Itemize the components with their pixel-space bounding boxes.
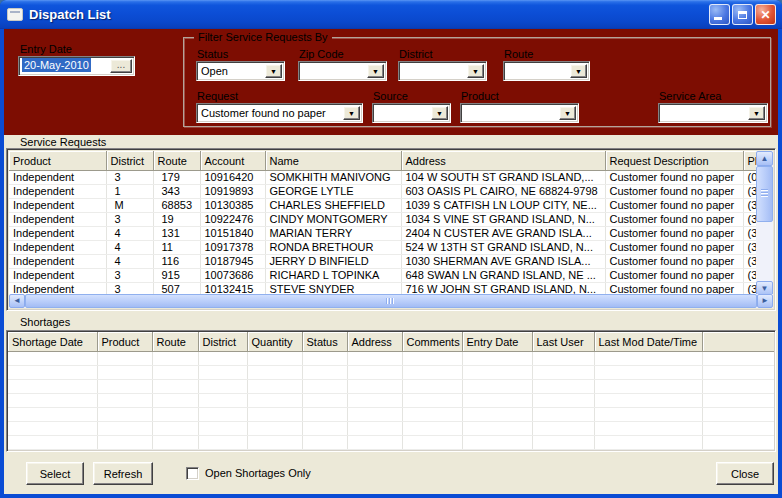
empty-cell — [302, 435, 347, 449]
vertical-scroll-thumb[interactable] — [756, 166, 773, 222]
open-shortages-checkbox-label[interactable]: Open Shortages Only — [205, 467, 311, 479]
shortage-row-empty — [8, 421, 774, 435]
select-button[interactable]: Select — [26, 462, 84, 485]
service-request-row[interactable]: Independent31910922476CINDY MONTGOMERY10… — [9, 212, 758, 226]
service-requests-table-container: Product District Route Account Name Addr… — [6, 148, 776, 311]
cell: JERRY D BINFIELD — [265, 254, 401, 268]
empty-cell — [247, 379, 302, 393]
route-dropdown[interactable]: ▼ — [503, 61, 590, 81]
cell: RICHARD L TOPINKA — [265, 268, 401, 282]
refresh-button[interactable]: Refresh — [93, 462, 153, 485]
chevron-down-icon[interactable]: ▼ — [467, 64, 484, 78]
empty-cell — [347, 379, 402, 393]
zip-code-dropdown[interactable]: ▼ — [298, 61, 387, 81]
empty-cell — [594, 393, 702, 407]
service-request-row[interactable]: Independent41110917378RONDA BRETHOUR524 … — [9, 240, 758, 254]
chevron-down-icon[interactable]: ▼ — [748, 106, 765, 120]
column-header-product[interactable]: Product — [9, 151, 106, 170]
column-header-quantity[interactable]: Quantity — [247, 332, 302, 351]
cell: 648 SWAN LN GRAND ISLAND, NE ... — [401, 268, 605, 282]
shortage-row-empty — [8, 365, 774, 379]
service-request-row[interactable]: Independent317910916420SOMKHITH MANIVONG… — [9, 170, 758, 184]
status-dropdown[interactable]: Open ▼ — [196, 61, 285, 81]
title-bar[interactable]: Dispatch List ✕ — [0, 0, 782, 29]
vertical-scrollbar[interactable]: ▲ ▼ — [756, 151, 773, 296]
empty-cell — [198, 379, 247, 393]
empty-cell — [347, 351, 402, 365]
empty-cell — [594, 351, 702, 365]
shortages-table-container: Shortage Date Product Route District Qua… — [6, 330, 776, 452]
column-header-route[interactable]: Route — [152, 332, 198, 351]
service-request-row[interactable]: Independent411610187945JERRY D BINFIELD1… — [9, 254, 758, 268]
empty-cell — [532, 421, 594, 435]
column-header-district[interactable]: District — [198, 332, 247, 351]
maximize-button[interactable] — [732, 4, 753, 25]
chevron-down-icon[interactable]: ▼ — [265, 64, 282, 78]
column-header-entry-date[interactable]: Entry Date — [462, 332, 532, 351]
close-button[interactable]: Close — [716, 462, 774, 485]
empty-cell — [532, 393, 594, 407]
column-header-shortage-date[interactable]: Shortage Date — [8, 332, 97, 351]
column-header-status[interactable]: Status — [302, 332, 347, 351]
source-dropdown[interactable]: ▼ — [372, 103, 451, 123]
scroll-right-icon[interactable]: ► — [757, 294, 773, 308]
empty-cell — [97, 351, 152, 365]
column-header-comments[interactable]: Comments — [402, 332, 462, 351]
product-dropdown[interactable]: ▼ — [460, 103, 579, 123]
empty-cell — [347, 435, 402, 449]
open-shortages-checkbox[interactable] — [186, 467, 199, 480]
column-header-account[interactable]: Account — [200, 151, 265, 170]
column-header-filler — [702, 332, 774, 351]
column-header-route[interactable]: Route — [153, 151, 200, 170]
entry-date-browse-button[interactable]: ... — [110, 59, 132, 73]
entry-date-value[interactable]: 20-May-2010 — [19, 57, 108, 75]
empty-cell — [302, 407, 347, 421]
dispatch-list-window: Dispatch List ✕ Entry Date 20-May-2010 .… — [0, 0, 782, 498]
column-header-address[interactable]: Address — [347, 332, 402, 351]
empty-cell — [347, 407, 402, 421]
chevron-down-icon[interactable]: ▼ — [570, 64, 587, 78]
cell: 11 — [153, 240, 200, 254]
chevron-down-icon[interactable]: ▼ — [431, 106, 448, 120]
service-request-row[interactable]: Independent134310919893GEORGE LYTLE603 O… — [9, 184, 758, 198]
service-request-row[interactable]: IndependentM6885310130385CHARLES SHEFFIE… — [9, 198, 758, 212]
empty-cell — [247, 407, 302, 421]
column-header-name[interactable]: Name — [265, 151, 401, 170]
service-area-dropdown[interactable]: ▼ — [658, 103, 768, 123]
vertical-scroll-track[interactable] — [756, 166, 773, 281]
client-area: Entry Date 20-May-2010 ... Filter Servic… — [4, 29, 778, 494]
horizontal-scroll-track[interactable] — [25, 294, 757, 308]
request-dropdown[interactable]: Customer found no paper ▼ — [196, 103, 363, 123]
empty-cell — [198, 365, 247, 379]
close-window-button[interactable]: ✕ — [755, 4, 776, 25]
cell: Independent — [9, 254, 106, 268]
empty-cell — [198, 435, 247, 449]
empty-cell — [198, 421, 247, 435]
service-request-row[interactable]: Independent413110151840MARIAN TERRY2404 … — [9, 226, 758, 240]
chevron-down-icon[interactable]: ▼ — [343, 106, 360, 120]
column-header-district[interactable]: District — [106, 151, 153, 170]
column-header-product[interactable]: Product — [97, 332, 152, 351]
minimize-button[interactable] — [709, 4, 730, 25]
horizontal-scroll-thumb[interactable] — [25, 294, 757, 308]
empty-cell — [702, 379, 774, 393]
chevron-down-icon[interactable]: ▼ — [367, 64, 384, 78]
empty-cell — [97, 379, 152, 393]
cell: 1030 SHERMAN AVE GRAND ISLA... — [401, 254, 605, 268]
column-header-last-user[interactable]: Last User — [532, 332, 594, 351]
app-icon[interactable] — [7, 8, 23, 21]
column-header-last-mod[interactable]: Last Mod Date/Time — [594, 332, 702, 351]
column-header-address[interactable]: Address — [401, 151, 605, 170]
empty-cell — [302, 351, 347, 365]
scroll-up-icon[interactable]: ▲ — [756, 151, 773, 166]
horizontal-scrollbar[interactable]: ◄ ► — [9, 294, 773, 308]
chevron-down-icon[interactable]: ▼ — [559, 106, 576, 120]
cell: 1039 S CATFISH LN LOUP CITY, NE... — [401, 198, 605, 212]
district-dropdown[interactable]: ▼ — [398, 61, 487, 81]
scroll-left-icon[interactable]: ◄ — [9, 294, 25, 308]
column-header-request-description[interactable]: Request Description — [605, 151, 743, 170]
service-request-row[interactable]: Independent391510073686RICHARD L TOPINKA… — [9, 268, 758, 282]
empty-cell — [97, 435, 152, 449]
entry-date-field[interactable]: 20-May-2010 ... — [18, 56, 135, 76]
zip-code-label: Zip Code — [299, 48, 344, 60]
